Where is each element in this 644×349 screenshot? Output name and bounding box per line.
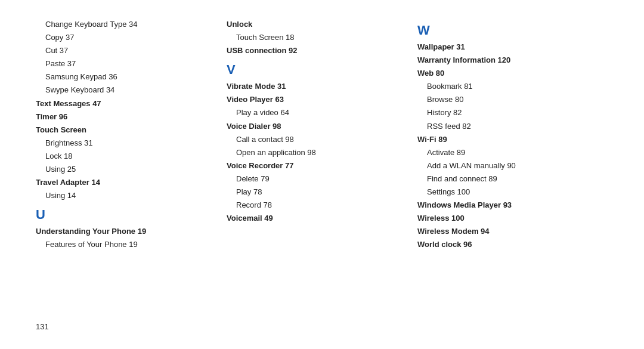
page: Change Keyboard Type 34Copy 37Cut 37Past… [0, 0, 644, 349]
index-entry: Bookmark 81 [417, 80, 596, 93]
page-number: 131 [36, 322, 608, 331]
index-entry: Settings 100 [417, 186, 596, 199]
index-entry: Travel Adapter 14 [36, 176, 215, 189]
index-entry: Vibrate Mode 31 [227, 80, 405, 93]
index-entry: Delete 79 [227, 172, 405, 186]
index-entry: Voicemail 49 [227, 212, 405, 225]
index-entry: Features of Your Phone 19 [36, 238, 215, 251]
index-entry: Activate 89 [417, 146, 596, 159]
section-letter-W: W [417, 23, 596, 38]
index-entry: Wi-Fi 89 [417, 133, 596, 146]
index-entry: Warranty Information 120 [417, 54, 596, 67]
section-letter-U: U [36, 207, 215, 223]
index-entry: Call a contact 98 [227, 133, 405, 146]
index-entry: Browse 80 [417, 93, 596, 106]
index-entry: RSS feed 82 [417, 120, 596, 133]
index-entry: Record 78 [227, 199, 405, 212]
index-entry: Windows Media Player 93 [417, 199, 596, 212]
index-entry: Unlock [227, 18, 405, 31]
index-entry: Copy 37 [36, 31, 215, 44]
index-entry: Lock 18 [36, 150, 215, 163]
index-entry: Understanding Your Phone 19 [36, 225, 215, 238]
index-entry: Cut 37 [36, 44, 215, 57]
index-entry: Wireless 100 [417, 212, 596, 225]
index-entry: Wireless Modem 94 [417, 225, 596, 238]
index-entry: Video Player 63 [227, 93, 405, 106]
index-entry: Paste 37 [36, 57, 215, 70]
index-entry: USB connection 92 [227, 44, 405, 57]
index-entry: Samsung Keypad 36 [36, 70, 215, 84]
index-entry: Play 78 [227, 186, 405, 199]
index-entry: Play a video 64 [227, 106, 405, 119]
index-entry: Brightness 31 [36, 137, 215, 150]
index-entry: Web 80 [417, 67, 596, 80]
index-entry: Timer 96 [36, 110, 215, 123]
section-letter-V: V [227, 62, 405, 78]
index-entry: Touch Screen [36, 123, 215, 137]
index-entry: Text Messages 47 [36, 97, 215, 110]
index-entry: Swype Keyboard 34 [36, 84, 215, 97]
column-1: Change Keyboard Type 34Copy 37Cut 37Past… [36, 18, 227, 313]
index-entry: Touch Screen 18 [227, 31, 405, 44]
index-entry: Find and connect 89 [417, 172, 596, 186]
index-entry: Using 14 [36, 189, 215, 202]
index-entry: Add a WLAN manually 90 [417, 159, 596, 172]
index-columns: Change Keyboard Type 34Copy 37Cut 37Past… [36, 18, 608, 313]
index-entry: History 82 [417, 106, 596, 119]
index-entry: Wallpaper 31 [417, 41, 596, 54]
column-3: WWallpaper 31Warranty Information 120Web… [417, 18, 608, 313]
index-entry: Using 25 [36, 163, 215, 176]
index-entry: World clock 96 [417, 238, 596, 251]
index-entry: Open an application 98 [227, 146, 405, 159]
column-2: UnlockTouch Screen 18USB connection 92VV… [227, 18, 417, 313]
index-entry: Change Keyboard Type 34 [36, 18, 215, 31]
index-entry: Voice Dialer 98 [227, 120, 405, 133]
index-entry: Voice Recorder 77 [227, 159, 405, 172]
